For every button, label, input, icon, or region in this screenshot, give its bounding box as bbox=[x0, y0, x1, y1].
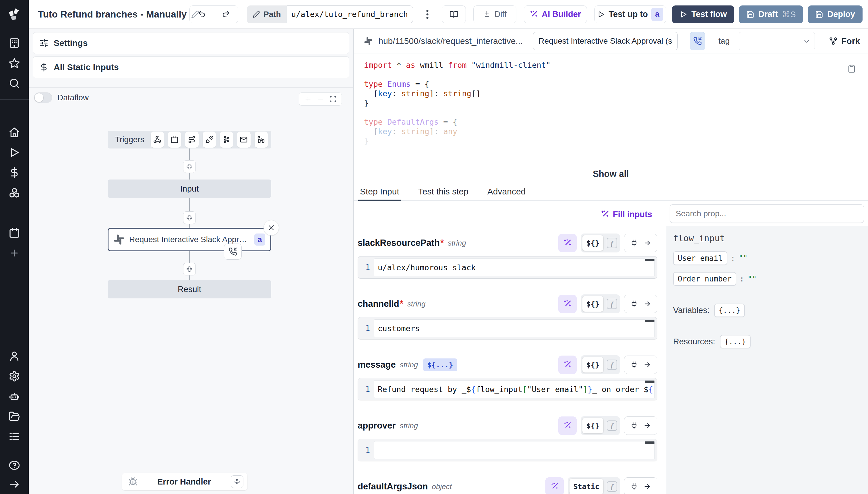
websocket-trigger-icon[interactable] bbox=[203, 132, 216, 148]
add-step-button[interactable] bbox=[183, 211, 196, 224]
ai-fill-wand-button[interactable] bbox=[558, 356, 577, 374]
search-prop-input[interactable] bbox=[670, 205, 864, 223]
field-editor[interactable]: 1 bbox=[358, 439, 657, 461]
zoom-out-icon[interactable] bbox=[317, 95, 324, 103]
favorites-star-icon[interactable] bbox=[8, 57, 21, 70]
plug-icon[interactable] bbox=[630, 361, 638, 369]
dataflow-toggle[interactable] bbox=[34, 93, 52, 103]
resources-icon[interactable] bbox=[8, 186, 21, 199]
section-object-chip[interactable]: {...} bbox=[720, 335, 751, 348]
help-icon[interactable] bbox=[8, 459, 21, 472]
ai-builder-button[interactable]: AI Builder bbox=[524, 5, 587, 23]
tab-test-this-step[interactable]: Test this step bbox=[416, 187, 470, 201]
input-mode-button[interactable]: ${} bbox=[583, 357, 603, 373]
hub-script-path[interactable]: hub/11500/slack/request_interactive... bbox=[378, 36, 523, 46]
add-step-button[interactable] bbox=[183, 160, 196, 173]
zoom-fit-icon[interactable] bbox=[329, 95, 337, 103]
path-input[interactable] bbox=[287, 5, 413, 23]
step-summary-input[interactable] bbox=[533, 32, 678, 50]
test-flow-button[interactable]: Test flow bbox=[672, 5, 734, 23]
error-handler-node[interactable]: Error Handler bbox=[122, 473, 248, 490]
webhook-trigger-icon[interactable] bbox=[151, 132, 164, 148]
ai-fill-wand-button[interactable] bbox=[558, 234, 577, 252]
draft-button[interactable]: Draft ⌘S bbox=[739, 5, 803, 23]
remove-step-button[interactable] bbox=[263, 220, 279, 235]
home-icon[interactable] bbox=[8, 126, 21, 139]
input-mode-button[interactable]: ${} bbox=[583, 418, 603, 433]
prop-chip[interactable]: User email bbox=[673, 251, 727, 265]
search-icon[interactable] bbox=[8, 77, 21, 90]
editor-content[interactable]: u/alex/humorous_slack bbox=[374, 259, 655, 276]
kafka-trigger-icon[interactable] bbox=[220, 132, 233, 148]
field-editor[interactable]: 1 customers bbox=[358, 317, 657, 340]
ai-fill-wand-button[interactable] bbox=[558, 416, 577, 435]
docs-book-button[interactable] bbox=[442, 5, 466, 23]
show-all-code-button[interactable]: Show all bbox=[354, 169, 868, 179]
function-mode-button[interactable]: f bbox=[607, 360, 617, 370]
input-node[interactable]: Input bbox=[107, 179, 271, 198]
schedules-icon[interactable] bbox=[8, 227, 21, 239]
function-mode-button[interactable]: f bbox=[607, 481, 617, 492]
settings-gear-icon[interactable] bbox=[8, 370, 21, 383]
tag-select[interactable] bbox=[739, 32, 815, 50]
editor-content[interactable]: Refund request by _${flow_input["User em… bbox=[374, 380, 655, 398]
section-object-chip[interactable]: {...} bbox=[714, 304, 745, 317]
editor-content[interactable] bbox=[374, 441, 655, 459]
arrow-right-icon[interactable] bbox=[643, 422, 651, 430]
windmill-logo[interactable] bbox=[0, 0, 29, 29]
diff-button[interactable]: Diff bbox=[473, 5, 516, 23]
audit-logs-icon[interactable] bbox=[8, 430, 21, 443]
arrow-right-icon[interactable] bbox=[643, 361, 651, 369]
function-mode-button[interactable]: f bbox=[607, 420, 617, 431]
runs-icon[interactable] bbox=[8, 146, 21, 159]
users-icon[interactable] bbox=[8, 350, 21, 362]
add-step-button[interactable] bbox=[183, 263, 196, 276]
input-mode-button[interactable]: ${} bbox=[583, 296, 603, 311]
add-icon[interactable] bbox=[8, 247, 21, 259]
more-options-kebab-icon[interactable] bbox=[422, 9, 433, 20]
workers-bot-icon[interactable] bbox=[8, 390, 21, 403]
arrow-right-icon[interactable] bbox=[643, 482, 651, 491]
field-editor[interactable]: 1 u/alex/humorous_slack bbox=[358, 256, 657, 279]
arrow-right-icon[interactable] bbox=[643, 239, 651, 247]
scheduled-poll-trigger-icon[interactable] bbox=[255, 132, 268, 148]
zoom-in-icon[interactable] bbox=[304, 95, 312, 103]
tab-step-input[interactable]: Step Input bbox=[358, 187, 401, 201]
deploy-button[interactable]: Deploy bbox=[808, 5, 863, 23]
function-mode-button[interactable]: f bbox=[607, 299, 617, 309]
email-trigger-icon[interactable] bbox=[237, 132, 250, 148]
input-mode-button[interactable]: ${} bbox=[583, 235, 603, 251]
plug-icon[interactable] bbox=[630, 300, 638, 308]
test-up-to-button[interactable]: Test up to a bbox=[594, 5, 666, 23]
result-node[interactable]: Result bbox=[107, 280, 271, 299]
prop-chip[interactable]: Order number bbox=[673, 272, 736, 286]
ai-fill-wand-button[interactable] bbox=[545, 477, 564, 494]
copy-code-clipboard-icon[interactable] bbox=[847, 64, 856, 73]
undo-button[interactable] bbox=[190, 6, 214, 23]
suspend-approval-button[interactable] bbox=[690, 32, 705, 50]
tab-advanced[interactable]: Advanced bbox=[486, 187, 527, 201]
editor-content[interactable]: customers bbox=[374, 319, 655, 337]
collapse-arrow-icon[interactable] bbox=[8, 478, 21, 491]
arrow-right-icon[interactable] bbox=[643, 300, 651, 308]
ai-fill-wand-button[interactable] bbox=[558, 295, 577, 313]
suspend-approval-badge[interactable] bbox=[224, 244, 242, 260]
flow-input-root[interactable]: flow_input bbox=[673, 233, 861, 243]
path-label[interactable]: Path bbox=[247, 5, 287, 23]
flow-settings-button[interactable]: Settings bbox=[33, 32, 349, 54]
function-mode-button[interactable]: f bbox=[607, 238, 617, 248]
fork-button[interactable]: Fork bbox=[829, 36, 860, 46]
folders-icon[interactable] bbox=[8, 410, 21, 423]
plug-icon[interactable] bbox=[630, 239, 638, 247]
step-node-slack-approval[interactable]: Request Interactive Slack Approval (... … bbox=[107, 228, 271, 251]
plug-icon[interactable] bbox=[630, 482, 638, 491]
triggers-node[interactable]: Triggers bbox=[107, 131, 271, 149]
field-editor[interactable]: 1 Refund request by _${flow_input["User … bbox=[358, 378, 657, 400]
input-mode-button[interactable]: Static bbox=[570, 479, 603, 494]
add-error-handler-button[interactable] bbox=[231, 475, 243, 488]
http-route-trigger-icon[interactable] bbox=[185, 132, 198, 148]
variables-icon[interactable] bbox=[8, 166, 21, 179]
fill-inputs-button[interactable]: Fill inputs bbox=[601, 206, 652, 222]
redo-button[interactable] bbox=[214, 6, 238, 23]
all-static-inputs-button[interactable]: All Static Inputs bbox=[33, 56, 349, 78]
